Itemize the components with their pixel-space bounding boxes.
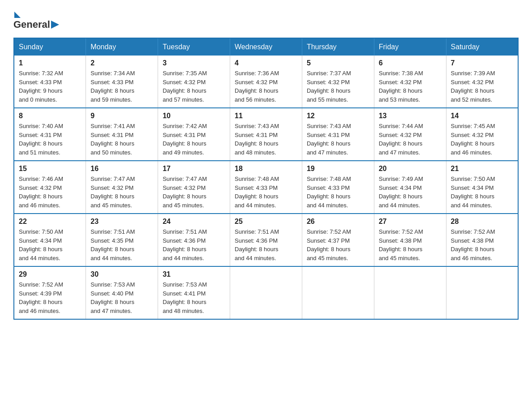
header-cell-wednesday: Wednesday [230,38,302,56]
day-info: Sunrise: 7:51 AMSunset: 4:36 PMDaylight:… [235,227,297,262]
day-number: 22 [19,218,81,226]
day-number: 3 [163,59,225,67]
day-info: Sunrise: 7:40 AMSunset: 4:31 PMDaylight:… [19,122,81,157]
day-number: 29 [19,270,81,278]
logo: General [13,9,60,30]
day-info: Sunrise: 7:32 AMSunset: 4:33 PMDaylight:… [19,69,81,104]
calendar-day-cell: 6Sunrise: 7:38 AMSunset: 4:32 PMDaylight… [374,56,446,108]
day-info: Sunrise: 7:47 AMSunset: 4:32 PMDaylight:… [90,175,153,210]
day-number: 20 [379,165,442,173]
calendar-day-cell [230,266,302,319]
day-number: 10 [163,112,225,120]
calendar-day-cell: 1Sunrise: 7:32 AMSunset: 4:33 PMDaylight… [14,56,86,108]
calendar-day-cell: 27Sunrise: 7:52 AMSunset: 4:38 PMDayligh… [374,214,446,266]
day-number: 2 [90,59,153,67]
day-number: 1 [19,59,81,67]
day-number: 15 [19,165,81,173]
calendar-day-cell: 5Sunrise: 7:37 AMSunset: 4:32 PMDaylight… [302,56,374,108]
header-cell-friday: Friday [374,38,446,56]
day-number: 27 [379,218,442,226]
day-info: Sunrise: 7:44 AMSunset: 4:32 PMDaylight:… [379,122,442,157]
header-cell-thursday: Thursday [302,38,374,56]
logo-general-text2: General [13,19,50,30]
day-number: 9 [90,112,153,120]
day-info: Sunrise: 7:43 AMSunset: 4:31 PMDaylight:… [235,122,297,157]
day-info: Sunrise: 7:52 AMSunset: 4:39 PMDaylight:… [19,280,81,315]
calendar-day-cell: 4Sunrise: 7:36 AMSunset: 4:32 PMDaylight… [230,56,302,108]
calendar-day-cell: 26Sunrise: 7:52 AMSunset: 4:37 PMDayligh… [302,214,374,266]
header-cell-saturday: Saturday [446,38,518,56]
day-number: 19 [307,165,369,173]
day-number: 28 [451,218,513,226]
header-cell-monday: Monday [86,38,158,56]
day-number: 11 [235,112,297,120]
calendar-day-cell: 28Sunrise: 7:52 AMSunset: 4:38 PMDayligh… [446,214,518,266]
day-info: Sunrise: 7:36 AMSunset: 4:32 PMDaylight:… [235,69,297,104]
day-number: 12 [307,112,369,120]
header-cell-tuesday: Tuesday [158,38,230,56]
day-number: 18 [235,165,297,173]
calendar-day-cell: 7Sunrise: 7:39 AMSunset: 4:32 PMDaylight… [446,56,518,108]
day-info: Sunrise: 7:39 AMSunset: 4:32 PMDaylight:… [451,69,513,104]
calendar-day-cell: 3Sunrise: 7:35 AMSunset: 4:32 PMDaylight… [158,56,230,108]
day-number: 24 [163,218,225,226]
calendar-day-cell: 12Sunrise: 7:43 AMSunset: 4:31 PMDayligh… [302,108,374,161]
day-number: 26 [307,218,369,226]
logo-triangle-icon [51,21,59,29]
day-number: 16 [90,165,153,173]
header-row: SundayMondayTuesdayWednesdayThursdayFrid… [14,38,518,56]
calendar-body: 1Sunrise: 7:32 AMSunset: 4:33 PMDaylight… [14,56,518,319]
logo-arrow-icon [14,12,21,18]
calendar-week-1: 1Sunrise: 7:32 AMSunset: 4:33 PMDaylight… [14,56,518,108]
calendar-day-cell: 25Sunrise: 7:51 AMSunset: 4:36 PMDayligh… [230,214,302,266]
calendar-week-2: 8Sunrise: 7:40 AMSunset: 4:31 PMDaylight… [14,108,518,161]
day-number: 25 [235,218,297,226]
day-info: Sunrise: 7:48 AMSunset: 4:33 PMDaylight:… [307,175,369,210]
calendar-day-cell: 13Sunrise: 7:44 AMSunset: 4:32 PMDayligh… [374,108,446,161]
calendar-day-cell: 31Sunrise: 7:53 AMSunset: 4:41 PMDayligh… [158,266,230,319]
calendar-day-cell: 16Sunrise: 7:47 AMSunset: 4:32 PMDayligh… [86,161,158,214]
day-info: Sunrise: 7:52 AMSunset: 4:38 PMDaylight:… [379,227,442,262]
day-info: Sunrise: 7:50 AMSunset: 4:34 PMDaylight:… [19,227,81,262]
day-info: Sunrise: 7:37 AMSunset: 4:32 PMDaylight:… [307,69,369,104]
day-number: 30 [90,270,153,278]
day-number: 8 [19,112,81,120]
day-info: Sunrise: 7:38 AMSunset: 4:32 PMDaylight:… [379,69,442,104]
calendar-day-cell: 10Sunrise: 7:42 AMSunset: 4:31 PMDayligh… [158,108,230,161]
calendar-day-cell: 8Sunrise: 7:40 AMSunset: 4:31 PMDaylight… [14,108,86,161]
day-number: 5 [307,59,369,67]
calendar-week-4: 22Sunrise: 7:50 AMSunset: 4:34 PMDayligh… [14,214,518,266]
calendar-day-cell: 11Sunrise: 7:43 AMSunset: 4:31 PMDayligh… [230,108,302,161]
day-info: Sunrise: 7:50 AMSunset: 4:34 PMDaylight:… [451,175,513,210]
day-info: Sunrise: 7:34 AMSunset: 4:33 PMDaylight:… [90,69,153,104]
calendar-day-cell: 17Sunrise: 7:47 AMSunset: 4:32 PMDayligh… [158,161,230,214]
page-header: General [13,9,519,30]
day-number: 13 [379,112,442,120]
day-info: Sunrise: 7:53 AMSunset: 4:41 PMDaylight:… [163,280,225,315]
day-number: 14 [451,112,513,120]
calendar-day-cell [446,266,518,319]
day-info: Sunrise: 7:46 AMSunset: 4:32 PMDaylight:… [19,175,81,210]
calendar-day-cell: 30Sunrise: 7:53 AMSunset: 4:40 PMDayligh… [86,266,158,319]
calendar-day-cell: 29Sunrise: 7:52 AMSunset: 4:39 PMDayligh… [14,266,86,319]
calendar-day-cell: 15Sunrise: 7:46 AMSunset: 4:32 PMDayligh… [14,161,86,214]
day-number: 21 [451,165,513,173]
calendar-day-cell: 21Sunrise: 7:50 AMSunset: 4:34 PMDayligh… [446,161,518,214]
calendar-day-cell: 20Sunrise: 7:49 AMSunset: 4:34 PMDayligh… [374,161,446,214]
day-number: 7 [451,59,513,67]
day-info: Sunrise: 7:52 AMSunset: 4:38 PMDaylight:… [451,227,513,262]
day-info: Sunrise: 7:47 AMSunset: 4:32 PMDaylight:… [163,175,225,210]
day-info: Sunrise: 7:49 AMSunset: 4:34 PMDaylight:… [379,175,442,210]
day-number: 6 [379,59,442,67]
day-info: Sunrise: 7:41 AMSunset: 4:31 PMDaylight:… [90,122,153,157]
header-cell-sunday: Sunday [14,38,86,56]
calendar-day-cell [374,266,446,319]
day-info: Sunrise: 7:52 AMSunset: 4:37 PMDaylight:… [307,227,369,262]
svg-marker-0 [51,21,59,29]
calendar-week-3: 15Sunrise: 7:46 AMSunset: 4:32 PMDayligh… [14,161,518,214]
day-info: Sunrise: 7:35 AMSunset: 4:32 PMDaylight:… [163,69,225,104]
day-number: 4 [235,59,297,67]
calendar-header: SundayMondayTuesdayWednesdayThursdayFrid… [14,38,518,56]
day-number: 23 [90,218,153,226]
calendar-day-cell: 23Sunrise: 7:51 AMSunset: 4:35 PMDayligh… [86,214,158,266]
